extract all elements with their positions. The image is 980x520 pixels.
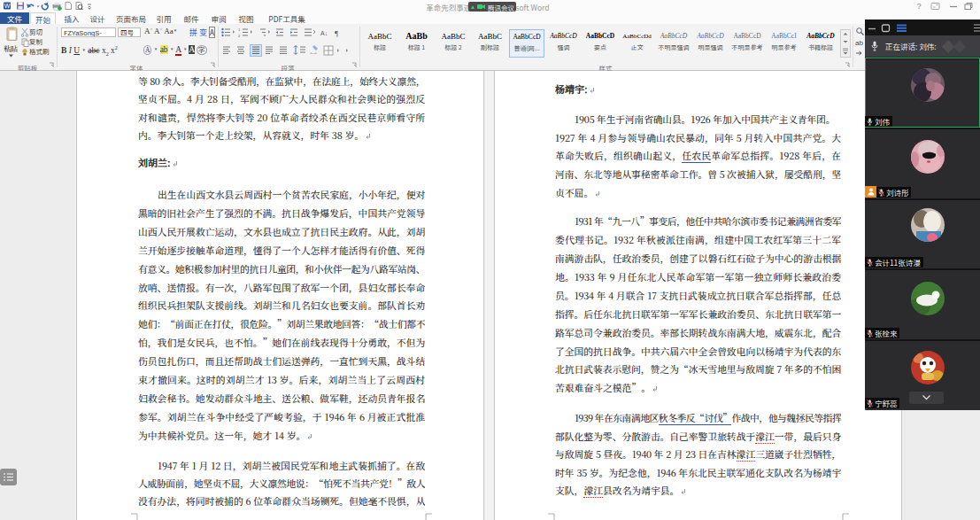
svg-text:ab: ab [855,39,863,47]
svg-text:W: W [4,3,11,9]
svg-text:¶: ¶ [335,29,338,38]
svg-text:2: 2 [238,34,241,38]
svg-text:?: ? [916,2,921,11]
svg-text:1: 1 [238,27,241,32]
svg-text:A↓: A↓ [320,30,328,36]
